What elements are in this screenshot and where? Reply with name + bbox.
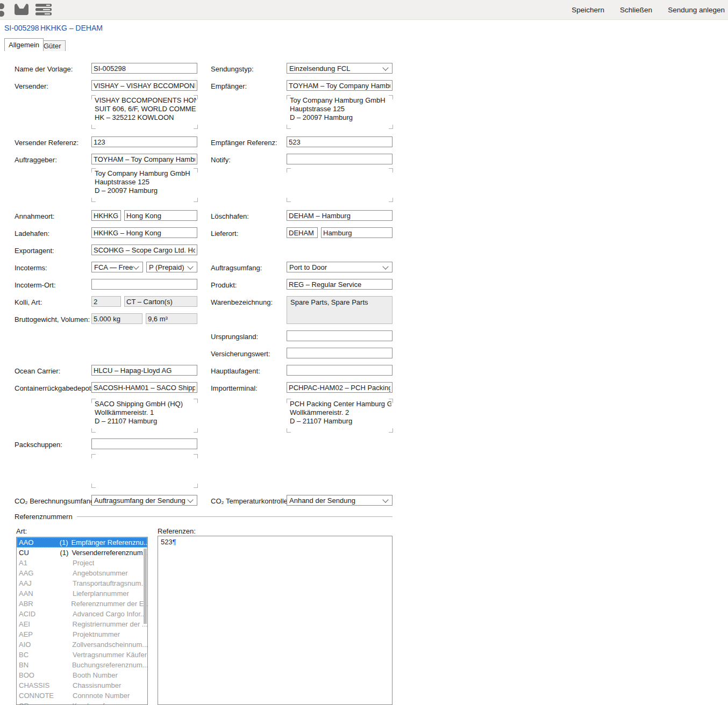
place-of-receipt-code-input[interactable] [91, 210, 121, 221]
template-name-label: Name der Vorlage: [15, 65, 73, 73]
incoterm-place-input[interactable] [91, 279, 197, 290]
list-scrollbar[interactable] [144, 549, 147, 624]
toolbar-actions: Speichern Schließen Sendung anlegen [572, 0, 725, 19]
port-of-discharge-input[interactable] [287, 210, 392, 221]
shipper-ref-label: Versender Referenz: [15, 139, 78, 147]
reference-type-name: Advanced Cargo Infor... [73, 609, 146, 619]
co2-temp-select[interactable]: Anhand der Sendung [287, 495, 392, 506]
reference-type-code: AAJ [17, 578, 58, 588]
reference-type-name: Connnote Number [73, 690, 130, 701]
reference-type-row[interactable]: BCVertragsnummer Käufer [17, 650, 147, 660]
reference-type-code: CU [17, 548, 57, 558]
shipment-type-select[interactable]: Einzelsendung FCL [287, 63, 392, 74]
scope-select[interactable]: Port to Door [287, 262, 392, 272]
notify-address [287, 168, 393, 202]
reference-type-row[interactable]: ACIDAdvanced Cargo Infor... [17, 609, 147, 619]
references-section-header: Referenznummern [15, 513, 392, 521]
reference-type-code: CR [17, 701, 58, 705]
pack-shed-input[interactable] [91, 438, 197, 449]
import-terminal-input[interactable] [287, 382, 392, 393]
product-input[interactable] [287, 279, 392, 290]
consignee-ref-label: Empfänger Referenz: [211, 139, 277, 147]
chevron-down-icon [187, 263, 193, 269]
place-of-delivery-code-input[interactable] [287, 227, 318, 238]
reference-type-code: ABR [17, 599, 56, 609]
main-carriage-agent-input[interactable] [287, 365, 392, 376]
reference-type-row[interactable]: CHASSISChassisnumber [17, 680, 147, 690]
notify-input[interactable] [287, 154, 392, 164]
ocean-carrier-input[interactable] [91, 365, 197, 376]
reference-type-row[interactable]: ABRReferenznummer der E... [17, 599, 147, 609]
art-label: Art: [16, 527, 27, 535]
import-terminal-address: PCH Packing Center Hamburg Gm... Wollkäm… [287, 399, 393, 433]
co2-scope-value: Auftragsumfang der Sendung [92, 497, 188, 505]
reference-type-count [58, 568, 69, 578]
consignee-input[interactable] [287, 80, 392, 91]
reference-type-name: Referenznummer der E... [71, 599, 147, 609]
reference-type-row[interactable]: CU(1)Versenderreferenznum... [17, 548, 147, 558]
reference-type-code: CONNOTE [17, 690, 58, 701]
country-of-origin-input[interactable] [287, 330, 392, 341]
pack-shed-label: Packschuppen: [15, 441, 62, 449]
reference-type-row[interactable]: BNBuchungsreferenznum... [17, 660, 147, 670]
insurance-value-input[interactable] [287, 348, 392, 358]
section-divider [77, 516, 392, 517]
shipper-address: VISHAY BCCOMPONENTS HONG ... SUIT 606, 6… [91, 95, 198, 129]
stack-icon[interactable] [35, 4, 52, 16]
co2-scope-select[interactable]: Auftragsumfang der Sendung [91, 495, 197, 506]
ordering-party-input[interactable] [91, 154, 197, 164]
template-name-input[interactable] [91, 63, 197, 74]
incoterms-select[interactable]: FCA — Free ... [91, 262, 143, 272]
reference-type-count [58, 650, 69, 660]
reference-type-count [58, 680, 69, 690]
reference-type-count [58, 558, 69, 568]
references-section-title: Referenznummern [15, 513, 73, 521]
reference-type-name: Versenderreferenznum... [72, 548, 147, 558]
place-of-receipt-name-input[interactable] [124, 210, 197, 221]
port-of-loading-input[interactable] [91, 227, 197, 238]
packages-count-field [91, 296, 121, 307]
ordering-party-label: Auftraggeber: [15, 156, 57, 164]
shipper-input[interactable] [91, 80, 197, 91]
reference-type-row[interactable]: AANLieferplannummer [17, 588, 147, 599]
reference-type-row[interactable]: AIOZollversandscheinnum... [17, 639, 147, 650]
address-line: SUIT 606, 6/F, WORLD COMMERCE... [93, 105, 196, 113]
incoterms-value: FCA — Free ... [92, 263, 134, 271]
import-terminal-label: Importterminal: [211, 384, 258, 392]
references-textarea[interactable]: 523¶ [158, 536, 392, 705]
container-return-depot-address: SACO Shipping GmbH (HQ) Wollkämmereistr.… [91, 399, 198, 433]
pilcrow-mark: ¶ [173, 538, 176, 546]
shipper-ref-input[interactable] [91, 136, 197, 147]
consignee-ref-input[interactable] [287, 136, 392, 147]
reference-type-code: CHASSIS [17, 680, 58, 690]
address-line: D – 21107 Hamburg [93, 417, 196, 426]
reference-type-row[interactable]: AAGAngebotsnummer [17, 568, 147, 578]
inbox-icon[interactable] [15, 4, 31, 16]
insurance-value-label: Versicherungswert: [211, 350, 270, 358]
reference-type-row[interactable]: A1Project [17, 558, 147, 568]
chevron-down-icon [187, 497, 193, 502]
reference-type-name: Buchungsreferenznum... [72, 660, 147, 670]
reference-type-row[interactable]: BOOBooth Number [17, 670, 147, 680]
reference-type-list[interactable]: AAO(1)Empfänger Referenznu...CU(1)Versen… [16, 537, 148, 705]
tab-allgemein[interactable]: Allgemein [4, 38, 44, 51]
address-line: PCH Packing Center Hamburg Gm... [288, 400, 391, 408]
route-title: HKHKG – DEHAM [40, 24, 103, 32]
payment-terms-select[interactable]: P (Prepaid) [146, 262, 197, 272]
container-return-depot-input[interactable] [91, 382, 197, 393]
reference-type-row[interactable]: AEPProjektnummer [17, 629, 147, 639]
reference-type-row[interactable]: AAO(1)Empfänger Referenznu... [17, 537, 147, 548]
address-line: Toy Company Hamburg GmbH [288, 96, 391, 105]
place-of-delivery-name-input[interactable] [321, 227, 392, 238]
close-button[interactable]: Schließen [620, 6, 652, 14]
create-shipment-button[interactable]: Sendung anlegen [668, 6, 725, 14]
reference-type-row[interactable]: CONNOTEConnnote Number [17, 690, 147, 701]
save-button[interactable]: Speichern [572, 6, 604, 14]
reference-type-row[interactable]: AAJTransportauftragsnum... [17, 578, 147, 588]
reference-type-row[interactable]: AEIRegistriernummer der ... [17, 619, 147, 629]
export-agent-input[interactable] [91, 244, 197, 255]
reference-type-row[interactable]: CRKundenreferenznummer [17, 701, 147, 705]
address-line: HK – 325212 KOWLOON [93, 113, 196, 122]
port-of-loading-label: Ladehafen: [15, 229, 49, 238]
incoterm-place-label: Incoterm-Ort: [15, 281, 56, 289]
